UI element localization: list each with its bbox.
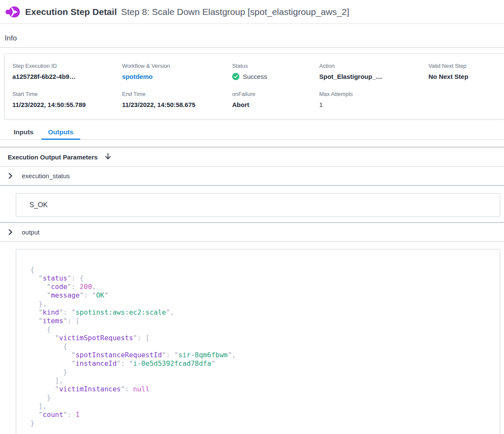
chevron-right-icon [8, 229, 13, 235]
page-subtitle: Step 8: Scale Down Elastgroup [spot_elas… [121, 7, 350, 17]
field-label: Valid Next Step [428, 63, 504, 69]
page-header: Execution Step Detail Step 8: Scale Down… [0, 0, 504, 24]
field-on-failure: onFailure Abort [232, 91, 319, 108]
chevron-right-icon [8, 173, 13, 179]
field-label: Max Attempts [319, 91, 428, 97]
info-grid: Step Execution ID a125728f-6b22-4b9… Wor… [5, 54, 504, 119]
field-start-time: Start Time 11/23/2022, 14:50:55.789 [12, 91, 122, 108]
info-card: Step Execution ID a125728f-6b22-4b9… Wor… [4, 53, 504, 119]
field-valid-next-step: Valid Next Step No Next Step [428, 63, 504, 80]
field-value: 11/23/2022, 14:50:58.675 [122, 101, 232, 108]
param-name: execution_status [22, 172, 70, 179]
param-row-execution-status[interactable]: execution_status [0, 167, 504, 186]
field-status: Status Success [232, 63, 319, 80]
field-empty [428, 91, 504, 108]
field-label: onFailure [232, 91, 319, 97]
field-action: Action Spot_Elastigroup_… [319, 63, 428, 80]
field-end-time: End Time 11/23/2022, 14:50:58.675 [122, 91, 232, 108]
spacer [0, 140, 504, 147]
field-workflow-version: Workflow & Version spotdemo [122, 63, 232, 80]
field-step-execution-id: Step Execution ID a125728f-6b22-4b9… [12, 63, 122, 80]
field-label: Status [232, 63, 319, 69]
field-value: Abort [232, 101, 319, 108]
download-arrow-icon[interactable] [105, 153, 111, 161]
field-value: No Next Step [428, 73, 504, 80]
status-badge: Success [232, 73, 319, 80]
field-label: Action [319, 63, 428, 69]
execution-status-value-box: S_OK [16, 193, 500, 217]
output-json: { "status": { "code": 200, "message": "O… [30, 266, 491, 428]
output-params-title: Execution Output Parameters [8, 153, 98, 161]
output-value-box: { "status": { "code": 200, "message": "O… [16, 249, 500, 434]
workflow-link[interactable]: spotdemo [122, 73, 232, 80]
check-circle-icon [232, 73, 239, 80]
field-value: Spot_Elastigroup_… [319, 73, 428, 80]
param-name: output [22, 229, 40, 236]
tab-outputs[interactable]: Outputs [41, 128, 80, 139]
output-params-header: Execution Output Parameters [0, 147, 504, 167]
tab-inputs[interactable]: Inputs [7, 128, 41, 139]
field-value: 11/23/2022, 14:50:55.789 [12, 101, 122, 108]
status-text: Success [243, 73, 267, 80]
field-value: 1 [319, 101, 428, 108]
field-label: Step Execution ID [12, 63, 122, 69]
tab-bar: Inputs Outputs [0, 128, 504, 140]
field-label: Workflow & Version [122, 63, 232, 69]
field-max-attempts: Max Attempts 1 [319, 91, 428, 108]
info-section-title: Info [0, 24, 504, 48]
field-label: End Time [122, 91, 232, 97]
field-value: a125728f-6b22-4b9… [12, 73, 122, 80]
execution-status-value: S_OK [29, 201, 48, 208]
param-row-output[interactable]: output [0, 223, 504, 242]
page-title: Execution Step Detail [25, 7, 117, 17]
resolve-logo-icon [6, 6, 20, 18]
field-label: Start Time [12, 91, 122, 97]
